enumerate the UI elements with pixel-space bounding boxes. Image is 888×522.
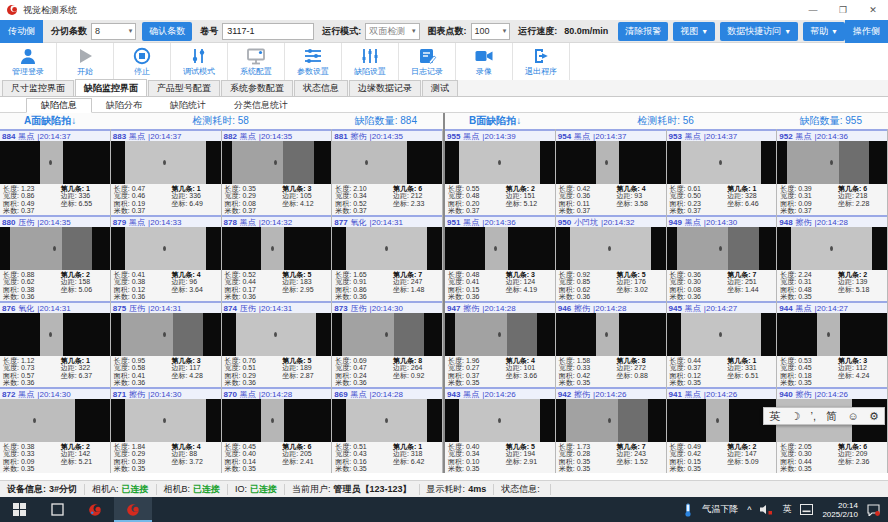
language-indicator[interactable]: 英 [782, 503, 791, 516]
tray-expand-chevron[interactable]: ^ [747, 505, 751, 515]
defect-thumbnail[interactable] [222, 399, 332, 442]
defect-cell[interactable]: 873压伤|20:14:30长度: 0.69宽度: 0.47面积: 0.24米数… [332, 301, 443, 387]
defect-thumbnail[interactable] [0, 399, 110, 442]
defect-cell[interactable]: 945黑点|20:14:27长度: 0.44宽度: 0.37面积: 0.12米数… [667, 301, 778, 387]
defect-thumbnail[interactable] [111, 141, 221, 184]
defect-cell[interactable]: 950小凹坑|20:14:32长度: 0.92宽度: 0.85面积: 0.62米… [556, 215, 667, 301]
taskbar-clock[interactable]: 20:14 2025/2/10 [822, 501, 858, 519]
defect-cell[interactable]: 880压伤|20:14:35长度: 0.88宽度: 0.62面积: 0.38米数… [0, 215, 111, 301]
defect-thumbnail[interactable] [0, 313, 110, 356]
defect-thumbnail[interactable] [0, 141, 110, 184]
defect-cell[interactable]: 947擦伤|20:14:28长度: 1.96宽度: 0.27面积: 0.37米数… [445, 301, 556, 387]
defect-thumbnail[interactable] [667, 313, 777, 356]
defect-cell[interactable]: 879黑点|20:14:33长度: 0.41宽度: 0.38面积: 0.12米数… [111, 215, 222, 301]
ime-lang-english[interactable]: 英 [769, 409, 780, 424]
tab-2[interactable]: 产品型号配置 [148, 80, 220, 96]
defect-thumbnail[interactable] [332, 141, 442, 184]
clear-alarm-button[interactable]: 清除报警 [618, 22, 668, 41]
defect-cell[interactable]: 953黑点|20:14:37长度: 0.61宽度: 0.50面积: 0.23米数… [667, 129, 778, 215]
defect-cell[interactable]: 954黑点|20:14:37长度: 0.42宽度: 0.36面积: 0.11米数… [556, 129, 667, 215]
defect-cell[interactable]: 949黑点|20:14:30长度: 0.36宽度: 0.30面积: 0.08米数… [667, 215, 778, 301]
defect-thumbnail[interactable] [667, 399, 777, 442]
view-menu-button[interactable]: 视图▼ [673, 22, 715, 41]
tab-1[interactable]: 缺陷监控界面 [75, 79, 147, 96]
thermometer-icon[interactable] [683, 503, 693, 517]
help-menu-button[interactable]: 帮助▼ [803, 22, 845, 41]
tool-button-stop[interactable]: 停止 [114, 43, 171, 80]
defect-cell[interactable]: 876氧化|20:14:31长度: 1.12宽度: 0.73面积: 0.57米数… [0, 301, 111, 387]
ime-moon-icon[interactable]: ☽ [790, 410, 800, 423]
defect-cell[interactable]: 870黑点|20:14:28长度: 0.45宽度: 0.40面积: 0.14米数… [222, 387, 333, 473]
tool-button-sliders-v[interactable]: 缺陷设置 [342, 43, 399, 80]
defect-cell[interactable]: 942擦伤|20:14:26长度: 1.73宽度: 0.28面积: 0.35米数… [556, 387, 667, 473]
defect-thumbnail[interactable] [777, 227, 887, 270]
defect-thumbnail[interactable] [332, 227, 442, 270]
subtab-1[interactable]: 缺陷分布 [92, 98, 156, 113]
defect-thumbnail[interactable] [667, 141, 777, 184]
tool-button-user[interactable]: 管理登录 [0, 43, 57, 80]
defect-cell[interactable]: 952黑点|20:14:36长度: 0.39宽度: 0.31面积: 0.09米数… [777, 129, 888, 215]
ime-simplified[interactable]: 简 [826, 409, 837, 424]
confirm-strip-count-button[interactable]: 确认条数 [142, 22, 192, 41]
defect-cell[interactable]: 869黑点|20:14:28长度: 0.51宽度: 0.43面积: 0.16米数… [332, 387, 443, 473]
defect-thumbnail[interactable] [445, 399, 555, 442]
defect-cell[interactable]: 875压伤|20:14:31长度: 0.95宽度: 0.58面积: 0.41米数… [111, 301, 222, 387]
task-view-button[interactable] [38, 497, 76, 522]
defect-cell[interactable]: 943黑点|20:14:26长度: 0.40宽度: 0.34面积: 0.10米数… [445, 387, 556, 473]
tool-button-monitor[interactable]: 系统配置 [228, 43, 285, 80]
tab-3[interactable]: 系统参数配置 [221, 80, 293, 96]
tool-button-tune[interactable]: 调试模式 [171, 43, 228, 80]
defect-thumbnail[interactable] [222, 313, 332, 356]
defect-cell[interactable]: 878黑点|20:14:32长度: 0.52宽度: 0.44面积: 0.17米数… [222, 215, 333, 301]
drive-side-button[interactable]: 传动侧 [0, 20, 43, 43]
tool-button-play[interactable]: 开始 [57, 43, 114, 80]
tool-button-sliders-h[interactable]: 参数设置 [285, 43, 342, 80]
ime-emoji-icon[interactable]: ☺ [848, 410, 859, 422]
defect-cell[interactable]: 951黑点|20:14:36长度: 0.48宽度: 0.41面积: 0.15米数… [445, 215, 556, 301]
chart-points-select[interactable]: 100▾ [471, 23, 511, 40]
defect-thumbnail[interactable] [777, 141, 887, 184]
tab-6[interactable]: 测试 [422, 80, 458, 96]
tool-button-log[interactable]: 日志记录 [399, 43, 456, 80]
ime-settings-gear-icon[interactable]: ⚙ [869, 410, 879, 423]
defect-thumbnail[interactable] [556, 141, 666, 184]
defect-thumbnail[interactable] [667, 227, 777, 270]
defect-thumbnail[interactable] [222, 227, 332, 270]
tool-button-camera[interactable]: 录像 [456, 43, 513, 80]
defect-thumbnail[interactable] [0, 227, 110, 270]
defect-cell[interactable]: 881擦伤|20:14:35长度: 2.10宽度: 0.34面积: 0.52米数… [332, 129, 443, 215]
subtab-2[interactable]: 缺陷统计 [156, 98, 220, 113]
defect-thumbnail[interactable] [222, 141, 332, 184]
defect-cell[interactable]: 948擦伤|20:14:28长度: 2.24宽度: 0.31面积: 0.48米数… [777, 215, 888, 301]
defect-cell[interactable]: 884黑点|20:14:37长度: 1.23宽度: 0.86面积: 0.49米数… [0, 129, 111, 215]
defect-thumbnail[interactable] [556, 227, 666, 270]
defect-thumbnail[interactable] [111, 227, 221, 270]
defect-cell[interactable]: 877氧化|20:14:31长度: 1.65宽度: 0.91面积: 0.86米数… [332, 215, 443, 301]
subtab-0[interactable]: 缺陷信息 [26, 98, 92, 113]
defect-thumbnail[interactable] [111, 399, 221, 442]
tab-0[interactable]: 尺寸监控界面 [2, 80, 74, 96]
ime-punctuation[interactable]: ’, [811, 410, 817, 422]
defect-cell[interactable]: 871擦伤|20:14:30长度: 1.84宽度: 0.29面积: 0.39米数… [111, 387, 222, 473]
defect-cell[interactable]: 882黑点|20:14:35长度: 0.35宽度: 0.29面积: 0.08米数… [222, 129, 333, 215]
start-button[interactable] [0, 497, 38, 522]
defect-thumbnail[interactable] [556, 313, 666, 356]
operator-side-button[interactable]: 操作侧 [845, 20, 888, 43]
tool-button-exit[interactable]: 退出程序 [513, 43, 570, 80]
tab-4[interactable]: 状态信息 [294, 80, 348, 96]
defect-cell[interactable]: 944黑点|20:14:27长度: 0.53宽度: 0.45面积: 0.18米数… [777, 301, 888, 387]
defect-thumbnail[interactable] [332, 399, 442, 442]
volume-icon[interactable] [760, 504, 773, 515]
defect-thumbnail[interactable] [111, 313, 221, 356]
minimize-button[interactable]: — [798, 0, 828, 20]
defect-cell[interactable]: 941黑点|20:14:26长度: 0.49宽度: 0.42面积: 0.15米数… [667, 387, 778, 473]
taskbar-app-icon[interactable] [76, 497, 114, 522]
ime-icon[interactable] [800, 504, 813, 515]
defect-cell[interactable]: 955黑点|20:14:39长度: 0.55宽度: 0.48面积: 0.20米数… [445, 129, 556, 215]
roll-number-input[interactable] [222, 23, 314, 40]
close-button[interactable]: ✕ [858, 0, 888, 20]
defect-cell[interactable]: 883黑点|20:14:37长度: 0.47宽度: 0.46面积: 0.19米数… [111, 129, 222, 215]
strip-count-select[interactable]: 8▾ [91, 23, 136, 40]
notification-center-icon[interactable] [867, 504, 880, 516]
defect-thumbnail[interactable] [445, 227, 555, 270]
